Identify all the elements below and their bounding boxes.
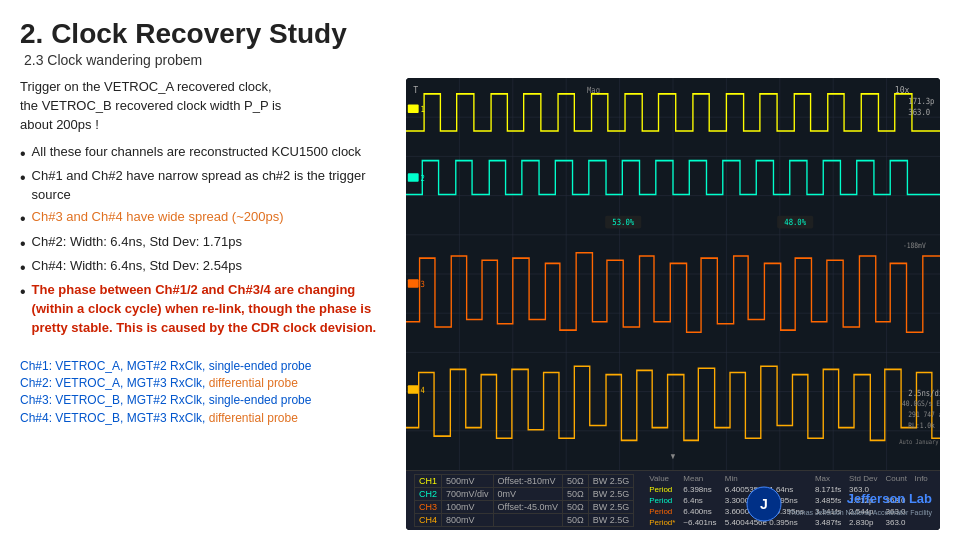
scope-screen: T 10x Mag 1 2 3 4 xyxy=(406,78,940,530)
svg-text:48.0%: 48.0% xyxy=(784,218,806,228)
bullet-item-1: • All these four channels are reconstruc… xyxy=(20,143,390,163)
subtitle: 2.3 Clock wandering probem xyxy=(24,52,940,68)
svg-text:291 747 acqs: 291 747 acqs xyxy=(908,411,940,420)
bullet-item-5: • Ch#4: Width: 6.4ns, Std Dev: 2.54ps xyxy=(20,257,390,277)
channel-3-label: Ch#3: VETROC_B, MGT#2 RxClk, single-ende… xyxy=(20,392,390,409)
bullet-item-6: • The phase between Ch#1/2 and Ch#3/4 ar… xyxy=(20,281,390,338)
scope-settings-table: CH1 500mV Offset:-810mV 50Ω BW 2.5G CH2 … xyxy=(414,474,634,527)
trigger-text: Trigger on the VETROC_A recovered clock,… xyxy=(20,78,390,135)
bullet-dot-2: • xyxy=(20,168,26,187)
trigger-line1: Trigger on the VETROC_A recovered clock, xyxy=(20,79,272,94)
svg-text:53.0%: 53.0% xyxy=(612,218,634,228)
bullet-text-2: Ch#1 and Ch#2 have narrow spread as ch#2… xyxy=(32,167,390,205)
bullet-dot-4: • xyxy=(20,234,26,253)
bullet-text-5: Ch#4: Width: 6.4ns, Std Dev: 2.54ps xyxy=(32,257,242,276)
channel-4-label: Ch#4: VETROC_B, MGT#3 RxClk, differentia… xyxy=(20,410,390,427)
page-title: 2. Clock Recovery Study xyxy=(20,18,940,50)
bullet-list: • All these four channels are reconstruc… xyxy=(20,143,390,342)
svg-text:Auto  January 06, 2019  07:42:: Auto January 06, 2019 07:42:55 xyxy=(899,438,940,446)
svg-rect-26 xyxy=(408,279,419,287)
svg-text:J: J xyxy=(760,496,768,512)
bullet-text-6: The phase between Ch#1/2 and Ch#3/4 are … xyxy=(32,281,390,338)
page-container: 2. Clock Recovery Study 2.3 Clock wander… xyxy=(0,0,960,540)
svg-text:T: T xyxy=(413,84,419,95)
svg-text:171.3p: 171.3p xyxy=(908,97,934,107)
svg-text:-188mV: -188mV xyxy=(903,241,926,250)
oscilloscope-panel: T 10x Mag 1 2 3 4 xyxy=(406,78,940,530)
svg-text:▼: ▼ xyxy=(671,452,676,462)
bullet-text-4: Ch#2: Width: 6.4ns, Std Dev: 1.71ps xyxy=(32,233,242,252)
svg-text:2.5ns/div: 2.5ns/div xyxy=(908,388,940,398)
bullet-dot-5: • xyxy=(20,258,26,277)
bullet-text-3: Ch#3 and Ch#4 have wide spread (~200ps) xyxy=(32,208,284,227)
jlab-logo: J Jefferson Lab Thomas Jefferson Nationa… xyxy=(746,486,932,522)
channel-info: Ch#1: VETROC_A, MGT#2 RxClk, single-ende… xyxy=(20,358,390,428)
svg-rect-28 xyxy=(408,385,419,393)
bullet-item-2: • Ch#1 and Ch#2 have narrow spread as ch… xyxy=(20,167,390,205)
svg-text:3: 3 xyxy=(420,279,425,289)
svg-text:4: 4 xyxy=(420,385,425,395)
bullet-dot-3: • xyxy=(20,209,26,228)
channel-1-label: Ch#1: VETROC_A, MGT#2 RxClk, single-ende… xyxy=(20,358,390,375)
bullet-item-4: • Ch#2: Width: 6.4ns, Std Dev: 1.71ps xyxy=(20,233,390,253)
svg-rect-22 xyxy=(408,104,419,112)
svg-text:363.0: 363.0 xyxy=(908,108,930,118)
jlab-name-text: Jefferson Lab xyxy=(788,491,932,508)
bullet-item-3: • Ch#3 and Ch#4 have wide spread (~200ps… xyxy=(20,208,390,228)
jlab-logo-icon: J xyxy=(746,486,782,522)
trigger-line3: about 200ps ! xyxy=(20,117,99,132)
bullet-dot-6: • xyxy=(20,282,26,301)
scope-waveform-svg: T 10x Mag 1 2 3 4 xyxy=(406,78,940,470)
channel-2-label: Ch#2: VETROC_A, MGT#3 RxClk, differentia… xyxy=(20,375,390,392)
svg-text:RL:1.0k: RL:1.0k xyxy=(908,421,935,430)
bullet-dot-1: • xyxy=(20,144,26,163)
bullet-text-1: All these four channels are reconstructe… xyxy=(32,143,362,162)
svg-text:40.0GS/s ET 25.0ps/pt: 40.0GS/s ET 25.0ps/pt xyxy=(902,400,940,409)
content-area: Trigger on the VETROC_A recovered clock,… xyxy=(20,78,940,530)
trigger-line2: the VETROC_B recovered clock width P_P i… xyxy=(20,98,281,113)
jlab-subtitle-text: Thomas Jefferson National Accelerator Fa… xyxy=(788,508,932,517)
left-panel: Trigger on the VETROC_A recovered clock,… xyxy=(20,78,390,530)
svg-rect-24 xyxy=(408,173,419,181)
